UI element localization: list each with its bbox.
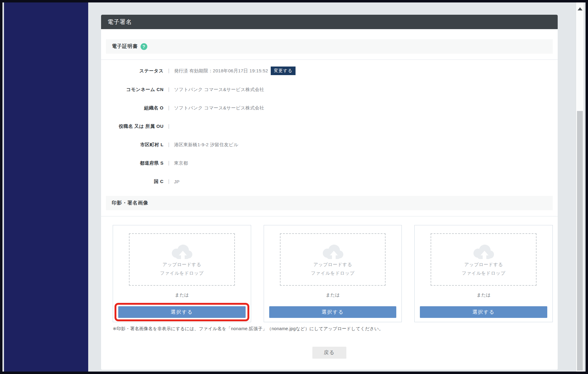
cloud-upload-icon [320, 243, 346, 261]
app-background: 電子署名 電子証明書 ? ステータス | 発行済 有効期限：2018年06月17… [2, 2, 586, 372]
row-locality: 市区町村 L | 港区東新橋1-9-2 汐留住友ビル [106, 141, 553, 149]
section-seal-images: 印影・署名画像 [106, 196, 553, 210]
dropzone-line1: アップロードする [464, 262, 503, 268]
select-file-button-2[interactable]: 選択する [269, 306, 397, 318]
or-label: または [264, 292, 402, 298]
dropzone-line2: ファイルをドロップ [160, 270, 204, 276]
row-locality-value: 港区東新橋1-9-2 汐留住友ビル [174, 142, 238, 148]
cloud-upload-icon [471, 243, 496, 261]
row-organization-label: 組織名 O [106, 105, 164, 111]
divider [101, 216, 558, 216]
file-dropzone-1[interactable]: アップロードする ファイルをドロップ [129, 233, 235, 286]
select-file-button-3[interactable]: 選択する [420, 306, 547, 318]
panel-body: 電子証明書 ? ステータス | 発行済 有効期限：2018年06月17日 19:… [101, 39, 558, 359]
separator: | [168, 142, 169, 147]
upload-cards: アップロードする ファイルをドロップ または 選択する [113, 225, 553, 322]
dropzone-line2: ファイルをドロップ [462, 270, 506, 276]
row-status-value: 発行済 有効期限：2018年06月17日 19:15:52 [174, 68, 268, 74]
separator: | [168, 87, 169, 92]
seal-section-title: 印影・署名画像 [112, 200, 148, 206]
signature-panel: 電子署名 電子証明書 ? ステータス | 発行済 有効期限：2018年06月17… [101, 15, 558, 370]
row-organization-value: ソフトバンク コマース&サービス株式会社 [174, 105, 264, 111]
row-state: 都道府県 S | 東京都 [106, 159, 553, 167]
certificate-rows: ステータス | 発行済 有効期限：2018年06月17日 19:15:52 変更… [106, 60, 553, 185]
back-button[interactable]: 戻る [312, 347, 346, 359]
separator: | [168, 68, 169, 74]
row-state-value: 東京都 [174, 160, 188, 166]
upload-card-1: アップロードする ファイルをドロップ または 選択する [113, 225, 251, 322]
row-state-label: 都道府県 S [106, 160, 164, 166]
row-country-value: JP [174, 179, 179, 184]
row-country: 国 C | JP [106, 177, 553, 185]
certificate-section-title: 電子証明書 [112, 43, 138, 50]
separator: | [168, 105, 169, 111]
separator: | [168, 179, 169, 184]
section-certificate: 電子証明書 ? [106, 39, 553, 54]
cloud-upload-icon [169, 243, 195, 261]
row-common-name: コモンネーム CN | ソフトバンク コマース&サービス株式会社 [106, 86, 553, 94]
scrollbar-thumb[interactable] [577, 111, 583, 371]
dropzone-line1: アップロードする [313, 262, 352, 268]
dropzone-line2: ファイルをドロップ [311, 270, 355, 276]
separator: | [168, 124, 169, 129]
upload-card-2: アップロードする ファイルをドロップ または 選択する [264, 225, 402, 322]
file-dropzone-2[interactable]: アップロードする ファイルをドロップ [280, 233, 386, 286]
row-organization: 組織名 O | ソフトバンク コマース&サービス株式会社 [106, 104, 553, 112]
row-locality-label: 市区町村 L [106, 142, 164, 148]
or-label: または [415, 292, 552, 298]
or-label: または [113, 292, 251, 298]
row-status: ステータス | 発行済 有効期限：2018年06月17日 19:15:52 変更… [106, 67, 553, 75]
row-status-label: ステータス [106, 68, 164, 74]
change-button[interactable]: 変更する [271, 67, 296, 75]
row-common-name-value: ソフトバンク コマース&サービス株式会社 [174, 87, 264, 93]
upload-card-3: アップロードする ファイルをドロップ または 選択する [414, 225, 553, 322]
sidebar [4, 2, 88, 372]
page-title: 電子署名 [107, 18, 132, 26]
separator: | [168, 160, 169, 166]
row-common-name-label: コモンネーム CN [106, 87, 164, 93]
scroll-up-icon[interactable] [578, 7, 582, 10]
dropzone-line1: アップロードする [163, 262, 201, 268]
panel-header: 電子署名 [101, 15, 558, 29]
upload-note: ※印影・署名画像名を非表示にするには、ファイル名を「noname.拡張子」（no… [113, 326, 553, 332]
help-icon[interactable]: ? [141, 43, 147, 50]
row-organizational-unit-label: 役職名 又は 所属 OU [106, 124, 164, 129]
row-country-label: 国 C [106, 179, 164, 185]
file-dropzone-3[interactable]: アップロードする ファイルをドロップ [431, 233, 537, 286]
scrollbar-track[interactable] [576, 2, 584, 372]
select-file-button-1[interactable]: 選択する [118, 306, 246, 318]
row-organizational-unit: 役職名 又は 所属 OU | [106, 122, 553, 130]
